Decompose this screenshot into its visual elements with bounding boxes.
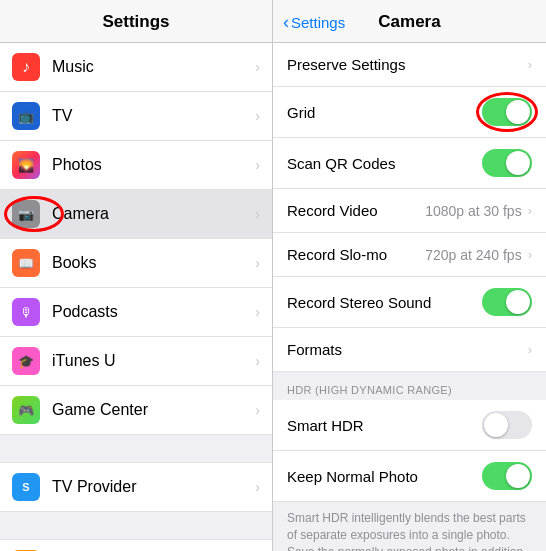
grid-toggle-knob <box>506 100 530 124</box>
main-settings-section: ♪ Music › 📺 TV › 🌄 Photos › 📷 Camera › <box>0 43 272 435</box>
tvprovider-chevron: › <box>255 479 260 495</box>
books-icon: 📖 <box>12 249 40 277</box>
record-stereo-item[interactable]: Record Stereo Sound <box>273 277 546 328</box>
record-stereo-label: Record Stereo Sound <box>287 294 482 311</box>
scan-qr-label: Scan QR Codes <box>287 155 482 172</box>
books-label: Books <box>52 254 255 272</box>
record-video-label: Record Video <box>287 202 425 219</box>
podcasts-chevron: › <box>255 304 260 320</box>
grid-toggle-wrap <box>482 98 532 126</box>
record-slomo-chevron: › <box>528 247 532 262</box>
smart-hdr-toggle[interactable] <box>482 411 532 439</box>
smart-hdr-label: Smart HDR <box>287 417 482 434</box>
left-panel: Settings ♪ Music › 📺 TV › 🌄 Photos › 📷 C… <box>0 0 273 551</box>
record-slomo-item[interactable]: Record Slo-mo 720p at 240 fps › <box>273 233 546 277</box>
grid-label: Grid <box>287 104 482 121</box>
right-panel: ‹ Settings Camera Preserve Settings › Gr… <box>273 0 546 551</box>
tvprovider-label: TV Provider <box>52 478 255 496</box>
hdr-description: Smart HDR intelligently blends the best … <box>273 502 546 551</box>
tv-label: TV <box>52 107 255 125</box>
grid-item[interactable]: Grid <box>273 87 546 138</box>
record-video-value: 1080p at 30 fps <box>425 203 522 219</box>
smart-hdr-item[interactable]: Smart HDR <box>273 400 546 451</box>
sidebar-item-books[interactable]: 📖 Books › <box>0 239 272 288</box>
gamecenter-icon: 🎮 <box>12 396 40 424</box>
camera-label: Camera <box>52 205 255 223</box>
hdr-section-label: HDR (HIGH DYNAMIC RANGE) <box>287 376 452 396</box>
back-chevron-icon: ‹ <box>283 12 289 33</box>
sidebar-item-podcasts[interactable]: 🎙 Podcasts › <box>0 288 272 337</box>
itunes-label: iTunes U <box>52 352 255 370</box>
keep-normal-label: Keep Normal Photo <box>287 468 482 485</box>
section-gap-1 <box>0 435 272 463</box>
apps-section: ◑ Afterlight › A AirBrush › amzn Amazon … <box>0 540 272 551</box>
podcasts-label: Podcasts <box>52 303 255 321</box>
photos-label: Photos <box>52 156 255 174</box>
formats-label: Formats <box>287 341 528 358</box>
formats-item[interactable]: Formats › <box>273 328 546 372</box>
sidebar-item-tv[interactable]: 📺 TV › <box>0 92 272 141</box>
sidebar-item-camera[interactable]: 📷 Camera › <box>0 190 272 239</box>
sidebar-item-afterlight[interactable]: ◑ Afterlight › <box>0 540 272 551</box>
sidebar-item-tvprovider[interactable]: S TV Provider › <box>0 463 272 512</box>
record-slomo-value: 720p at 240 fps <box>425 247 522 263</box>
scan-qr-toggle[interactable] <box>482 149 532 177</box>
sidebar-item-photos[interactable]: 🌄 Photos › <box>0 141 272 190</box>
sidebar-item-itunes[interactable]: 🎓 iTunes U › <box>0 337 272 386</box>
preserve-settings-chevron: › <box>528 57 532 72</box>
left-panel-header: Settings <box>0 0 272 43</box>
scan-qr-item[interactable]: Scan QR Codes <box>273 138 546 189</box>
hdr-section: Smart HDR Keep Normal Photo <box>273 400 546 502</box>
camera-settings-section: Preserve Settings › Grid Scan QR Codes <box>273 43 546 372</box>
record-stereo-toggle[interactable] <box>482 288 532 316</box>
gamecenter-label: Game Center <box>52 401 255 419</box>
preserve-settings-label: Preserve Settings <box>287 56 528 73</box>
camera-chevron: › <box>255 206 260 222</box>
record-slomo-label: Record Slo-mo <box>287 246 425 263</box>
itunes-chevron: › <box>255 353 260 369</box>
tvprovider-icon: S <box>12 473 40 501</box>
music-chevron: › <box>255 59 260 75</box>
record-stereo-toggle-knob <box>506 290 530 314</box>
grid-toggle[interactable] <box>482 98 532 126</box>
hdr-section-divider: HDR (HIGH DYNAMIC RANGE) <box>273 372 546 400</box>
keep-normal-item[interactable]: Keep Normal Photo <box>273 451 546 502</box>
right-header: ‹ Settings Camera <box>273 0 546 43</box>
itunes-icon: 🎓 <box>12 347 40 375</box>
music-label: Music <box>52 58 255 76</box>
tv-icon: 📺 <box>12 102 40 130</box>
right-header-title: Camera <box>378 12 440 32</box>
back-label[interactable]: Settings <box>291 14 345 31</box>
scan-qr-toggle-knob <box>506 151 530 175</box>
camera-icon: 📷 <box>12 200 40 228</box>
tv-chevron: › <box>255 108 260 124</box>
back-button[interactable]: ‹ Settings <box>283 12 345 33</box>
section-gap-2 <box>0 512 272 540</box>
sidebar-item-music[interactable]: ♪ Music › <box>0 43 272 92</box>
settings-list: ♪ Music › 📺 TV › 🌄 Photos › 📷 Camera › <box>0 43 272 551</box>
formats-chevron: › <box>528 342 532 357</box>
photos-chevron: › <box>255 157 260 173</box>
gamecenter-chevron: › <box>255 402 260 418</box>
photos-icon: 🌄 <box>12 151 40 179</box>
books-chevron: › <box>255 255 260 271</box>
music-icon: ♪ <box>12 53 40 81</box>
smart-hdr-toggle-knob <box>484 413 508 437</box>
keep-normal-toggle[interactable] <box>482 462 532 490</box>
sidebar-item-gamecenter[interactable]: 🎮 Game Center › <box>0 386 272 435</box>
tv-provider-section: S TV Provider › <box>0 463 272 512</box>
preserve-settings-item[interactable]: Preserve Settings › <box>273 43 546 87</box>
podcasts-icon: 🎙 <box>12 298 40 326</box>
record-video-item[interactable]: Record Video 1080p at 30 fps › <box>273 189 546 233</box>
keep-normal-toggle-knob <box>506 464 530 488</box>
record-video-chevron: › <box>528 203 532 218</box>
